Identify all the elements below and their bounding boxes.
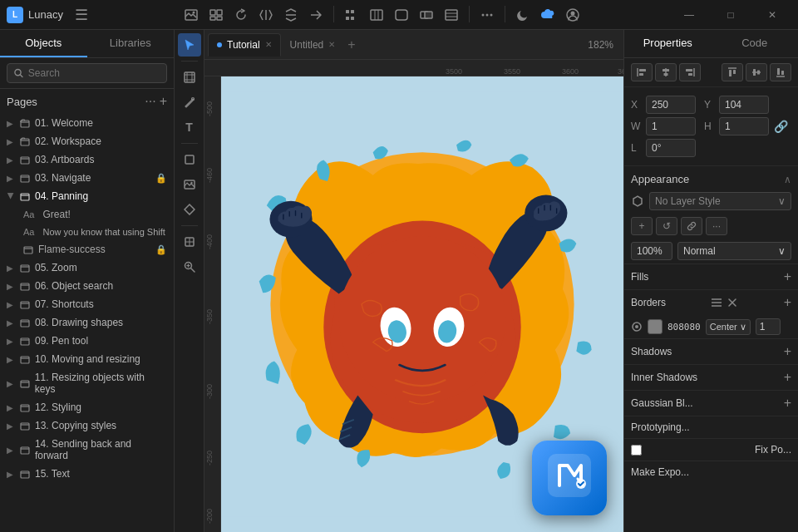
pages-more-btn[interactable]: ··· xyxy=(145,94,155,109)
toolbar-flip-v-icon[interactable] xyxy=(280,6,302,24)
zoom-display[interactable]: 182% xyxy=(588,39,620,51)
arrow-icon: ▶ xyxy=(7,355,15,364)
tab-properties[interactable]: Properties xyxy=(624,30,712,57)
search-box[interactable] xyxy=(7,63,167,83)
align-left-btn[interactable] xyxy=(631,63,653,81)
sub-item-great[interactable]: Aa Great! xyxy=(0,205,174,224)
page-item-01[interactable]: ▶ 01. Welcome xyxy=(0,114,174,132)
border-color-value[interactable]: 808080 xyxy=(667,322,701,332)
add-blur-btn[interactable]: + xyxy=(784,396,791,411)
tab-code[interactable]: Code xyxy=(712,30,799,57)
window-minimize[interactable]: — xyxy=(670,0,708,30)
toolbar-avatar-icon[interactable] xyxy=(562,6,584,24)
tool-pen[interactable] xyxy=(178,91,201,114)
toolbar-corner-icon[interactable] xyxy=(391,6,412,24)
sub-item-flame[interactable]: Flame-success 🔒 xyxy=(0,240,174,259)
pages-add-btn[interactable]: + xyxy=(160,94,167,109)
y-input[interactable] xyxy=(719,96,769,114)
page-item-09[interactable]: ▶ 09. Pen tool xyxy=(0,332,174,350)
add-inner-shadow-btn[interactable]: + xyxy=(784,370,791,385)
opacity-input[interactable] xyxy=(631,242,672,260)
toolbar-refresh-icon[interactable] xyxy=(230,6,252,24)
page-item-02[interactable]: ▶ 02. Workspace xyxy=(0,132,174,150)
border-position-select[interactable]: Center ∨ xyxy=(706,319,751,335)
tool-select[interactable] xyxy=(178,33,201,57)
toolbar-moon-icon[interactable] xyxy=(512,6,534,24)
tool-zoom[interactable] xyxy=(178,255,201,278)
svg-rect-92 xyxy=(688,73,692,76)
toolbar-align-icon[interactable] xyxy=(341,6,362,24)
add-fill-btn[interactable]: + xyxy=(784,269,791,284)
tool-image[interactable] xyxy=(178,173,201,196)
link-style-btn[interactable] xyxy=(681,217,702,235)
page-item-15[interactable]: ▶ 15. Text xyxy=(0,465,174,483)
add-border-btn[interactable]: + xyxy=(784,295,791,310)
page-item-07[interactable]: ▶ 07. Shortcuts xyxy=(0,295,174,313)
layer-style-dropdown[interactable]: No Layer Style ∨ xyxy=(649,192,791,210)
border-delete-icon[interactable] xyxy=(726,296,739,309)
add-tab-btn[interactable]: + xyxy=(344,34,358,56)
menu-icon[interactable]: ☰ xyxy=(75,6,88,24)
page-item-03a[interactable]: ▶ 03. Artboards xyxy=(0,150,174,169)
page-folder-icon xyxy=(20,263,30,273)
toolbar-mask-icon[interactable] xyxy=(416,6,437,24)
add-shadow-btn[interactable]: + xyxy=(784,344,791,359)
canvas-viewport[interactable]: -500 -460 -400 -350 -300 -250 -200 xyxy=(204,76,623,532)
w-input[interactable] xyxy=(646,117,696,135)
sub-item-nowyouknow[interactable]: Aa Now you know that using Shift xyxy=(0,224,174,240)
x-input[interactable] xyxy=(646,96,696,114)
collapse-appearance-btn[interactable]: ∧ xyxy=(784,174,791,185)
tool-frame[interactable] xyxy=(178,66,201,89)
tool-shape-rect[interactable] xyxy=(178,148,201,171)
page-item-10[interactable]: ▶ 10. Moving and resizing xyxy=(0,350,174,368)
page-item-06[interactable]: ▶ 06. Object search xyxy=(0,277,174,295)
toolbar-more-icon[interactable] xyxy=(476,6,498,24)
toolbar-grid3-icon[interactable] xyxy=(441,6,462,24)
page-item-13[interactable]: ▶ 13. Copying styles xyxy=(0,416,174,435)
window-close[interactable]: ✕ xyxy=(753,0,791,30)
more-style-btn[interactable]: ··· xyxy=(706,217,727,235)
align-center-h-btn[interactable] xyxy=(655,63,677,81)
svg-rect-12 xyxy=(371,10,382,20)
tab-libraries[interactable]: Libraries xyxy=(87,30,175,57)
link-proportions-icon[interactable]: 🔗 xyxy=(774,120,788,133)
rotate-style-btn[interactable]: ↺ xyxy=(656,217,677,235)
align-center-v-btn[interactable] xyxy=(746,63,767,81)
page-item-05[interactable]: ▶ 05. Zoom xyxy=(0,259,174,277)
tool-slice[interactable] xyxy=(178,230,201,254)
border-width-input[interactable] xyxy=(756,318,781,335)
toolbar-img-icon[interactable] xyxy=(180,6,202,24)
align-right-btn[interactable] xyxy=(679,63,701,81)
align-top-btn[interactable] xyxy=(722,63,743,81)
page-item-08[interactable]: ▶ 08. Drawing shapes xyxy=(0,313,174,332)
search-input[interactable] xyxy=(28,67,160,79)
canvas-tab-tutorial[interactable]: Tutorial ✕ xyxy=(208,33,281,57)
toolbar-grid2-icon[interactable] xyxy=(366,6,387,24)
tab-objects[interactable]: Objects xyxy=(0,30,87,57)
page-item-03b[interactable]: ▶ 03. Navigate 🔒 xyxy=(0,169,174,187)
page-item-14[interactable]: ▶ 14. Sending back and forward xyxy=(0,435,174,465)
toolbar-flip-h-icon[interactable] xyxy=(255,6,277,24)
border-color-swatch[interactable] xyxy=(648,319,663,334)
close-tab-icon[interactable]: ✕ xyxy=(265,40,272,49)
toolbar-arrow-icon[interactable] xyxy=(305,6,327,24)
rotation-input[interactable] xyxy=(646,139,696,157)
h-input[interactable] xyxy=(719,117,769,135)
page-item-04[interactable]: ▶ 04. Panning xyxy=(0,187,174,205)
page-item-11[interactable]: ▶ 11. Resizing objects with keys xyxy=(0,368,174,398)
border-settings-icon[interactable] xyxy=(710,296,723,309)
toolbar-grid-icon[interactable] xyxy=(205,6,227,24)
align-bottom-btn[interactable] xyxy=(770,63,791,81)
canvas-content[interactable] xyxy=(221,76,623,532)
fix-position-checkbox[interactable] xyxy=(631,445,642,456)
window-maximize[interactable]: □ xyxy=(712,0,750,30)
toolbar-cloud-icon[interactable] xyxy=(537,6,559,24)
border-visibility-icon[interactable] xyxy=(631,321,643,332)
close-tab-icon[interactable]: ✕ xyxy=(328,40,335,49)
tool-text[interactable]: T xyxy=(178,116,201,139)
page-item-12[interactable]: ▶ 12. Styling xyxy=(0,398,174,416)
add-style-btn[interactable]: + xyxy=(631,217,653,235)
blend-mode-dropdown[interactable]: Normal ∨ xyxy=(677,242,791,260)
canvas-tab-untitled[interactable]: Untitled ✕ xyxy=(281,33,345,57)
tool-component[interactable] xyxy=(178,198,201,221)
